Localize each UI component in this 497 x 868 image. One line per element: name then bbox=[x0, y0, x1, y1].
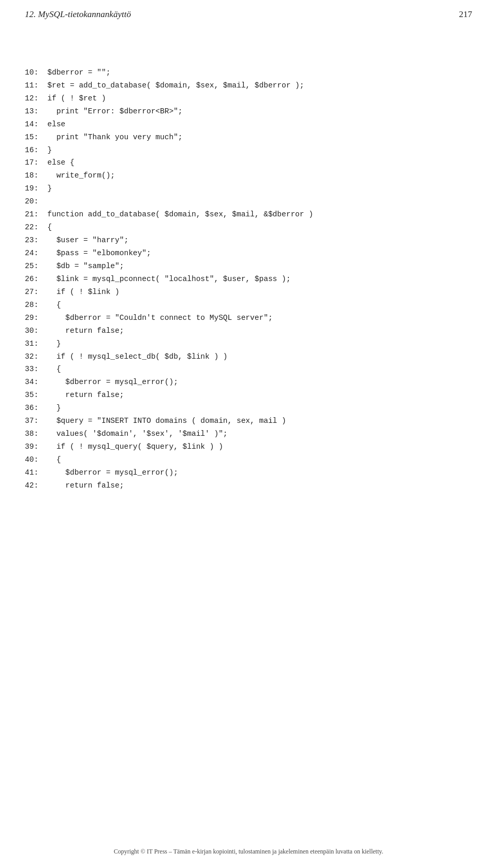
code-block: 10: $dberror = "";11: $ret = add_to_data… bbox=[0, 26, 497, 513]
code-line: 42: return false; bbox=[25, 479, 472, 492]
code-line: 20: bbox=[25, 195, 472, 208]
code-line: 38: values( '$domain', '$sex', '$mail' )… bbox=[25, 428, 472, 440]
code-line: 40: { bbox=[25, 453, 472, 466]
code-line: 29: $dberror = "Couldn't connect to MySQ… bbox=[25, 312, 472, 325]
code-line: 19: } bbox=[25, 182, 472, 195]
code-line: 32: if ( ! mysql_select_db( $db, $link )… bbox=[25, 350, 472, 363]
code-line: 41: $dberror = mysql_error(); bbox=[25, 466, 472, 479]
code-line: 22: { bbox=[25, 221, 472, 234]
code-line: 11: $ret = add_to_database( $domain, $se… bbox=[25, 79, 472, 92]
code-line: 18: write_form(); bbox=[25, 169, 472, 182]
code-line: 28: { bbox=[25, 299, 472, 312]
header-title: 12. MySQL-tietokannankäyttö bbox=[25, 9, 131, 20]
code-line: 33: { bbox=[25, 363, 472, 376]
code-line: 10: $dberror = ""; bbox=[25, 66, 472, 79]
code-line: 17: else { bbox=[25, 156, 472, 169]
footer-text: Copyright © IT Press – Tämän e-kirjan ko… bbox=[114, 848, 383, 855]
code-line: 12: if ( ! $ret ) bbox=[25, 92, 472, 105]
code-line: 35: return false; bbox=[25, 389, 472, 402]
page-container: 12. MySQL-tietokannankäyttö 217 10: $dbe… bbox=[0, 0, 497, 868]
code-line: 30: return false; bbox=[25, 325, 472, 337]
code-line: 37: $query = "INSERT INTO domains ( doma… bbox=[25, 415, 472, 428]
code-line: 15: print "Thank you very much"; bbox=[25, 131, 472, 144]
code-line: 14: else bbox=[25, 118, 472, 131]
page-header: 12. MySQL-tietokannankäyttö 217 bbox=[0, 0, 497, 26]
code-line: 23: $user = "harry"; bbox=[25, 234, 472, 247]
code-line: 13: print "Error: $dberror<BR>"; bbox=[25, 105, 472, 118]
code-line: 26: $link = mysql_pconnect( "localhost",… bbox=[25, 273, 472, 286]
code-line: 16: } bbox=[25, 144, 472, 157]
code-line: 21: function add_to_database( $domain, $… bbox=[25, 208, 472, 221]
header-page-num: 217 bbox=[459, 9, 473, 20]
page-footer: Copyright © IT Press – Tämän e-kirjan ko… bbox=[0, 848, 497, 856]
code-line: 39: if ( ! mysql_query( $query, $link ) … bbox=[25, 440, 472, 453]
code-line: 34: $dberror = mysql_error(); bbox=[25, 376, 472, 389]
code-line: 36: } bbox=[25, 402, 472, 415]
code-line: 24: $pass = "elbomonkey"; bbox=[25, 247, 472, 260]
code-line: 25: $db = "sample"; bbox=[25, 260, 472, 273]
code-line: 31: } bbox=[25, 337, 472, 350]
code-line: 27: if ( ! $link ) bbox=[25, 286, 472, 299]
